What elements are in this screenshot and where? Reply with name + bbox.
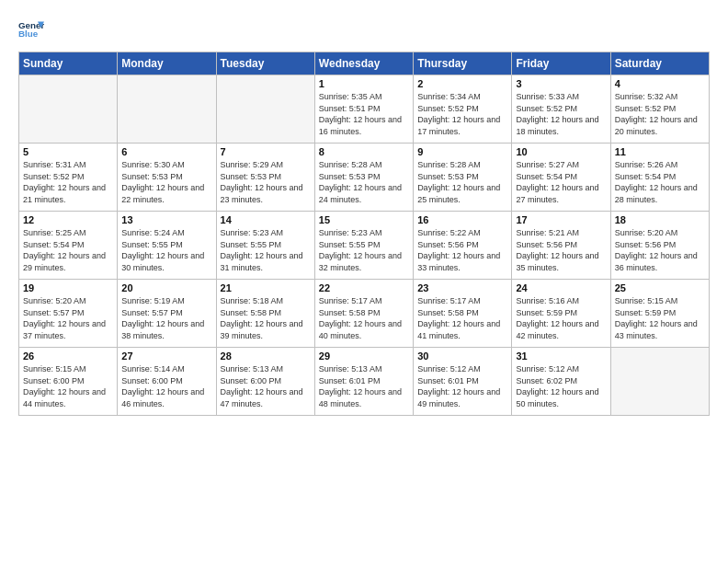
weekday-header-friday: Friday [512,52,610,75]
day-info: Sunrise: 5:17 AMSunset: 5:58 PMDaylight:… [417,295,507,341]
day-info: Sunrise: 5:20 AMSunset: 5:57 PMDaylight:… [23,295,113,341]
day-number: 9 [417,146,507,157]
day-info: Sunrise: 5:32 AMSunset: 5:52 PMDaylight:… [615,91,705,137]
week-row-1: 1Sunrise: 5:35 AMSunset: 5:51 PMDaylight… [19,75,710,144]
day-number: 4 [615,78,705,89]
page: General Blue SundayMondayTuesdayWednesda… [0,0,728,563]
calendar-cell: 3Sunrise: 5:33 AMSunset: 5:52 PMDaylight… [512,75,610,144]
calendar-cell: 10Sunrise: 5:27 AMSunset: 5:54 PMDayligh… [512,144,610,212]
day-info: Sunrise: 5:25 AMSunset: 5:54 PMDaylight:… [23,227,113,273]
calendar-cell: 8Sunrise: 5:28 AMSunset: 5:53 PMDaylight… [314,144,413,212]
day-number: 24 [516,282,606,293]
week-row-2: 5Sunrise: 5:31 AMSunset: 5:52 PMDaylight… [19,144,710,212]
day-info: Sunrise: 5:27 AMSunset: 5:54 PMDaylight:… [516,159,606,205]
day-number: 7 [221,146,311,157]
day-info: Sunrise: 5:29 AMSunset: 5:53 PMDaylight:… [221,159,311,205]
calendar-cell: 26Sunrise: 5:15 AMSunset: 6:00 PMDayligh… [19,348,118,416]
day-number: 16 [417,214,507,225]
calendar-cell: 9Sunrise: 5:28 AMSunset: 5:53 PMDaylight… [414,144,512,212]
day-info: Sunrise: 5:23 AMSunset: 5:55 PMDaylight:… [319,227,409,273]
calendar-cell [216,75,314,144]
calendar-cell [118,75,216,144]
weekday-header-tuesday: Tuesday [216,52,314,75]
day-info: Sunrise: 5:12 AMSunset: 6:01 PMDaylight:… [417,363,507,409]
day-number: 8 [319,146,409,157]
weekday-header-wednesday: Wednesday [314,52,413,75]
day-info: Sunrise: 5:31 AMSunset: 5:52 PMDaylight:… [23,159,113,205]
day-info: Sunrise: 5:28 AMSunset: 5:53 PMDaylight:… [319,159,409,205]
calendar-cell: 18Sunrise: 5:20 AMSunset: 5:56 PMDayligh… [610,212,709,280]
day-info: Sunrise: 5:16 AMSunset: 5:59 PMDaylight:… [516,295,606,341]
weekday-header-monday: Monday [118,52,216,75]
calendar-cell: 19Sunrise: 5:20 AMSunset: 5:57 PMDayligh… [19,280,118,348]
svg-text:Blue: Blue [18,29,39,39]
week-row-4: 19Sunrise: 5:20 AMSunset: 5:57 PMDayligh… [19,280,710,348]
day-number: 1 [319,78,409,89]
calendar-cell: 4Sunrise: 5:32 AMSunset: 5:52 PMDaylight… [610,75,709,144]
day-number: 12 [23,214,113,225]
weekday-header-row: SundayMondayTuesdayWednesdayThursdayFrid… [19,52,710,75]
day-number: 13 [121,214,211,225]
calendar-table: SundayMondayTuesdayWednesdayThursdayFrid… [18,52,710,416]
day-number: 23 [417,282,507,293]
day-number: 26 [23,350,113,362]
day-info: Sunrise: 5:22 AMSunset: 5:56 PMDaylight:… [417,227,507,273]
day-number: 28 [221,350,311,362]
logo: General Blue [18,17,48,42]
day-info: Sunrise: 5:12 AMSunset: 6:02 PMDaylight:… [516,363,606,409]
weekday-header-sunday: Sunday [19,52,118,75]
calendar-cell: 20Sunrise: 5:19 AMSunset: 5:57 PMDayligh… [118,280,216,348]
day-info: Sunrise: 5:30 AMSunset: 5:53 PMDaylight:… [121,159,211,205]
header: General Blue [18,17,710,42]
day-info: Sunrise: 5:26 AMSunset: 5:54 PMDaylight:… [615,159,705,205]
weekday-header-saturday: Saturday [610,52,709,75]
logo-icon: General Blue [18,17,44,42]
day-number: 22 [319,282,409,293]
calendar-cell [610,348,709,416]
day-number: 20 [121,282,211,293]
day-number: 3 [516,78,606,89]
day-number: 17 [516,214,606,225]
week-row-5: 26Sunrise: 5:15 AMSunset: 6:00 PMDayligh… [19,348,710,416]
day-info: Sunrise: 5:18 AMSunset: 5:58 PMDaylight:… [221,295,311,341]
calendar-cell: 29Sunrise: 5:13 AMSunset: 6:01 PMDayligh… [314,348,413,416]
day-number: 31 [516,350,606,362]
calendar-cell: 31Sunrise: 5:12 AMSunset: 6:02 PMDayligh… [512,348,610,416]
calendar-cell: 14Sunrise: 5:23 AMSunset: 5:55 PMDayligh… [216,212,314,280]
day-number: 5 [23,146,113,157]
day-info: Sunrise: 5:15 AMSunset: 5:59 PMDaylight:… [615,295,705,341]
day-number: 15 [319,214,409,225]
day-info: Sunrise: 5:20 AMSunset: 5:56 PMDaylight:… [615,227,705,273]
day-info: Sunrise: 5:15 AMSunset: 6:00 PMDaylight:… [23,363,113,409]
calendar-cell: 1Sunrise: 5:35 AMSunset: 5:51 PMDaylight… [314,75,413,144]
calendar-cell: 6Sunrise: 5:30 AMSunset: 5:53 PMDaylight… [118,144,216,212]
calendar-cell: 16Sunrise: 5:22 AMSunset: 5:56 PMDayligh… [414,212,512,280]
day-info: Sunrise: 5:13 AMSunset: 6:00 PMDaylight:… [221,363,311,409]
day-number: 6 [121,146,211,157]
day-number: 14 [221,214,311,225]
day-info: Sunrise: 5:17 AMSunset: 5:58 PMDaylight:… [319,295,409,341]
calendar-cell: 27Sunrise: 5:14 AMSunset: 6:00 PMDayligh… [118,348,216,416]
day-number: 27 [121,350,211,362]
calendar-cell [19,75,118,144]
day-info: Sunrise: 5:14 AMSunset: 6:00 PMDaylight:… [121,363,211,409]
calendar-cell: 30Sunrise: 5:12 AMSunset: 6:01 PMDayligh… [414,348,512,416]
calendar-cell: 28Sunrise: 5:13 AMSunset: 6:00 PMDayligh… [216,348,314,416]
day-info: Sunrise: 5:19 AMSunset: 5:57 PMDaylight:… [121,295,211,341]
day-info: Sunrise: 5:35 AMSunset: 5:51 PMDaylight:… [319,91,409,137]
day-number: 29 [319,350,409,362]
calendar-cell: 15Sunrise: 5:23 AMSunset: 5:55 PMDayligh… [314,212,413,280]
day-number: 11 [615,146,705,157]
day-info: Sunrise: 5:13 AMSunset: 6:01 PMDaylight:… [319,363,409,409]
calendar-cell: 24Sunrise: 5:16 AMSunset: 5:59 PMDayligh… [512,280,610,348]
day-number: 19 [23,282,113,293]
calendar-cell: 5Sunrise: 5:31 AMSunset: 5:52 PMDaylight… [19,144,118,212]
day-info: Sunrise: 5:21 AMSunset: 5:56 PMDaylight:… [516,227,606,273]
calendar-cell: 23Sunrise: 5:17 AMSunset: 5:58 PMDayligh… [414,280,512,348]
calendar-cell: 12Sunrise: 5:25 AMSunset: 5:54 PMDayligh… [19,212,118,280]
day-info: Sunrise: 5:34 AMSunset: 5:52 PMDaylight:… [417,91,507,137]
calendar-cell: 17Sunrise: 5:21 AMSunset: 5:56 PMDayligh… [512,212,610,280]
day-number: 18 [615,214,705,225]
calendar-cell: 25Sunrise: 5:15 AMSunset: 5:59 PMDayligh… [610,280,709,348]
calendar-cell: 13Sunrise: 5:24 AMSunset: 5:55 PMDayligh… [118,212,216,280]
